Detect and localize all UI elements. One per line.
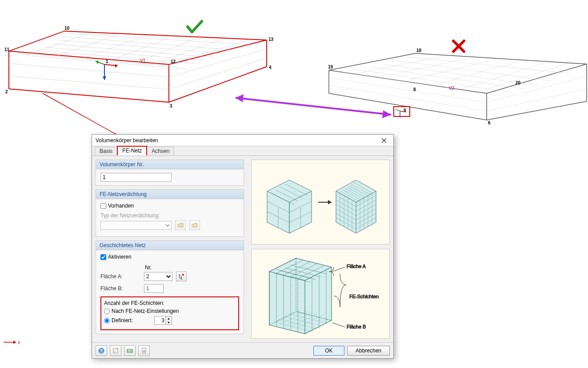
svg-line-39 [396, 60, 551, 81]
edit-folder-icon [189, 220, 200, 230]
svg-marker-25 [103, 76, 106, 80]
svg-text:Fläche A: Fläche A [347, 264, 366, 269]
svg-text:2: 2 [5, 89, 8, 94]
svg-rect-161 [144, 350, 145, 352]
group-layered-mesh: Geschichtetes Netz Aktivieren Nr. Fläche… [96, 240, 244, 334]
fe-layers-radio-auto[interactable]: Nach FE-Netz-Einstellungen [104, 308, 236, 314]
refinement-available-label: Vorhanden [108, 203, 134, 209]
group-mesh-refinement: FE-Netzverdichtung Vorhanden Typ der Net… [96, 189, 244, 237]
checkmark-icon [188, 21, 202, 32]
svg-line-44 [436, 61, 520, 84]
svg-line-17 [9, 76, 169, 89]
group-header-volume-nr: Volumenkörper Nr. [96, 160, 244, 169]
pick-face-icon[interactable] [176, 272, 187, 281]
group-header-layered: Geschichtetes Netz [96, 241, 244, 250]
cancel-button[interactable]: Abbrechen [347, 346, 390, 356]
refinement-type-select [100, 221, 172, 230]
svg-text:8: 8 [413, 87, 416, 92]
tab-achsen[interactable]: Achsen [147, 147, 174, 156]
svg-marker-91 [328, 200, 332, 204]
axis-indicator: x [4, 340, 20, 345]
svg-line-6 [62, 36, 231, 50]
svg-text:19: 19 [328, 64, 333, 69]
open-folder-icon [175, 220, 186, 230]
help-icon[interactable]: ? [96, 345, 107, 356]
face-a-label: Fläche A: [100, 273, 140, 280]
tab-basis[interactable]: Basis [95, 147, 117, 156]
fe-layers-value-input[interactable] [155, 316, 165, 324]
svg-text:3: 3 [170, 104, 172, 108]
refinement-available-checkbox[interactable]: Vorhanden [100, 203, 239, 209]
fe-layers-radio-defined[interactable]: Definiert: ▲▼ [104, 316, 236, 325]
volume-nr-input[interactable] [100, 173, 172, 182]
close-icon[interactable] [378, 136, 390, 145]
spin-up-icon[interactable]: ▲ [166, 316, 172, 320]
dialog-tabs: Basis FE-Netz Achsen [92, 146, 393, 156]
illustration-layered: Fläche A FE-Schichten Fläche B [251, 249, 390, 339]
svg-line-3 [44, 47, 204, 60]
svg-line-15 [169, 40, 249, 64]
svg-line-149 [332, 267, 345, 272]
cross-icon [453, 41, 464, 52]
dialog-titlebar[interactable]: Volumenkörper bearbeiten [92, 135, 393, 146]
svg-line-50 [487, 89, 587, 111]
svg-line-152 [332, 323, 345, 327]
svg-rect-160 [143, 351, 144, 352]
svg-text:V1: V1 [140, 58, 146, 63]
svg-marker-73 [13, 340, 16, 344]
dialog-title: Volumenkörper bearbeiten [96, 137, 158, 144]
svg-line-43 [409, 60, 493, 80]
edit-solid-dialog: Volumenkörper bearbeiten Basis FE-Netz A… [92, 134, 394, 359]
svg-point-77 [182, 274, 184, 276]
dialog-footer: ? 0.00 OK Abbrechen [92, 342, 393, 358]
note-icon[interactable] [110, 345, 121, 356]
report-icon[interactable] [138, 345, 150, 356]
comparison-arrow [236, 94, 391, 118]
svg-text:0.00: 0.00 [127, 350, 132, 352]
group-volume-number: Volumenkörper Nr. [96, 160, 244, 186]
layered-activate-checkbox[interactable]: Aktivieren [100, 254, 239, 260]
units-icon[interactable]: 0.00 [124, 345, 136, 356]
solid-right: 18 21 19 20 9 6 7 8 V2 [328, 48, 588, 125]
svg-text:10: 10 [64, 26, 70, 31]
svg-text:1: 1 [106, 59, 108, 64]
illustration-refinement [251, 160, 390, 244]
svg-text:V2: V2 [449, 86, 455, 91]
fe-layers-header: Anzahl der FE-Schichten: [104, 300, 236, 306]
ok-button[interactable]: OK [313, 346, 344, 356]
svg-text:?: ? [100, 348, 103, 353]
svg-line-41 [356, 57, 440, 74]
layered-activate-label: Aktivieren [108, 254, 132, 260]
face-b-label: Fläche B: [100, 285, 140, 292]
svg-text:x: x [18, 340, 20, 345]
svg-line-18 [169, 49, 267, 77]
group-header-refinement: FE-Netzverdichtung [96, 190, 244, 199]
svg-line-35 [342, 72, 498, 96]
fe-layers-auto-label: Nach FE-Netz-Einstellungen [112, 308, 179, 314]
svg-line-10 [58, 36, 116, 56]
tab-fe-netz[interactable]: FE-Netz [117, 146, 147, 156]
face-a-select[interactable]: 2 [144, 272, 172, 281]
svg-marker-21 [115, 64, 118, 68]
svg-rect-156 [113, 348, 118, 353]
spin-down-icon[interactable]: ▼ [166, 320, 172, 324]
svg-line-69 [43, 93, 127, 140]
svg-text:4: 4 [269, 65, 272, 70]
svg-marker-23 [96, 60, 99, 64]
solid-left: 10 13 11 12 2 3 4 1 V1 [4, 26, 274, 108]
svg-text:20: 20 [516, 80, 521, 85]
fe-layers-defined-label: Definiert: [112, 317, 133, 324]
svg-line-46 [480, 63, 569, 92]
svg-text:FE-Schichten: FE-Schichten [349, 294, 379, 299]
svg-line-16 [9, 64, 169, 77]
svg-marker-68 [382, 110, 391, 118]
face-b-input [144, 284, 164, 293]
svg-rect-159 [142, 348, 146, 353]
svg-text:9: 9 [404, 108, 406, 113]
svg-text:12: 12 [171, 59, 176, 64]
svg-text:Fläche B: Fläche B [347, 324, 366, 329]
svg-text:6: 6 [488, 120, 491, 125]
fe-layers-spin[interactable]: ▲▼ [154, 316, 172, 325]
svg-marker-67 [236, 94, 244, 102]
column-nr-label: Nr. [145, 264, 239, 271]
